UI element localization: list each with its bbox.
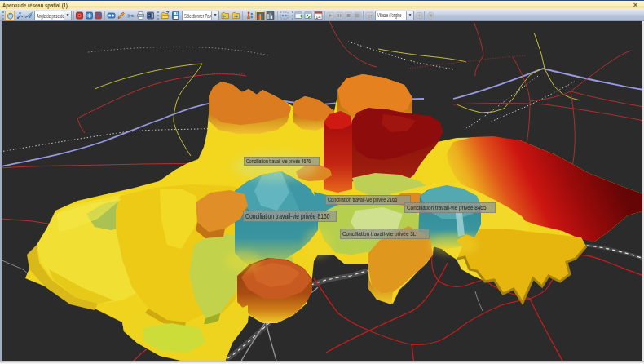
svg-text:ST: ST: [367, 14, 373, 19]
svg-text:✂: ✂: [127, 11, 134, 20]
svg-text:14: 14: [315, 15, 321, 20]
